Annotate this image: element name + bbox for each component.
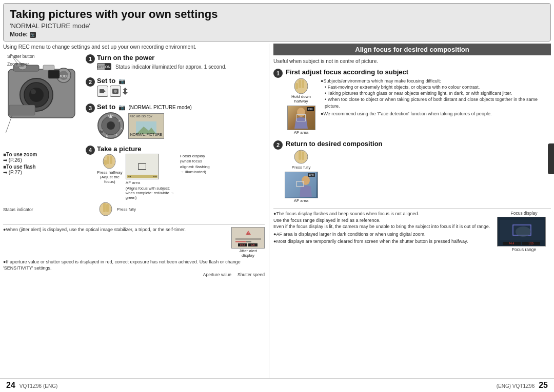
- viewfinder-display: P/AF/W: [126, 154, 159, 179]
- mode-camera-icon: 📷: [30, 32, 36, 38]
- video-icon: [99, 88, 106, 95]
- svg-rect-46: [235, 241, 246, 242]
- focus-range-label: Focus range: [497, 247, 551, 252]
- step-4: 4 Take a picture: [86, 145, 265, 216]
- step3-camera-icon: 📷: [118, 104, 126, 110]
- right-notes-text: ●The focus display flashes and beep soun…: [273, 211, 492, 252]
- step-1-desc: Status indicator illuminated for approx.…: [115, 64, 226, 70]
- align-focus-intro: Useful when subject is not in centre of …: [273, 58, 551, 64]
- bottom-bullets: ●When (jitter alert) is displayed, use t…: [3, 227, 265, 271]
- svg-rect-18: [100, 89, 104, 93]
- svg-rect-38: [110, 156, 112, 164]
- page-number-right: 25: [539, 381, 548, 390]
- svg-point-21: [114, 90, 117, 93]
- bottom-notes-row: ●When (jitter alert) is displayed, use t…: [3, 227, 265, 271]
- mode-dial: SCN P A S M 🎬: [97, 112, 125, 140]
- aperture-value-label: Aperture value: [203, 272, 231, 277]
- svg-rect-57: [295, 83, 298, 89]
- step-1-content: Turn on the power OFF ON Status indicato: [97, 54, 265, 72]
- arrows-icon: [123, 88, 128, 95]
- step-2-number: 2: [86, 77, 95, 87]
- press-fully-group: Press fully: [97, 202, 265, 216]
- svg-rect-39: [104, 160, 107, 165]
- footer-left: 24 VQT1Z96 (ENG): [6, 381, 57, 390]
- svg-text:F5.6: F5.6: [240, 243, 245, 246]
- step-4-number: 4: [86, 146, 95, 155]
- aperture-shutter-labels: Aperture value Shutter speed: [3, 272, 265, 277]
- camera-svg: MODE: [3, 54, 83, 149]
- subject-photo-1: 1/40 AF area: [287, 106, 315, 135]
- photo-icon: [112, 88, 119, 95]
- svg-text:🎬: 🎬: [100, 129, 104, 133]
- right-step-2-number: 2: [273, 140, 283, 150]
- display-toolbar: RECWBISOCQY: [130, 115, 163, 118]
- jitter-display: ≈ F5.6 1/8: [231, 227, 265, 258]
- press-fully-group-right: Press fully: [286, 150, 316, 203]
- page-header: Taking pictures with your own settings '…: [3, 3, 551, 42]
- right-bottom-row: ●The focus display flashes and beep soun…: [273, 211, 551, 252]
- step-2-title: Set to 📷: [97, 77, 265, 85]
- shutter-label: Shutter button: [7, 54, 34, 59]
- step-2-content: Set to 📷: [97, 77, 265, 98]
- svg-point-74: [516, 226, 531, 237]
- zoom-note: ■To use zoom ➡ (P.26): [3, 152, 83, 163]
- display-bottom-bar: P/AF/W: [127, 175, 157, 178]
- step-2: 2 Set to 📷: [86, 77, 265, 98]
- hand-press-icon: [97, 202, 115, 216]
- subject-image-1: 1/40: [287, 106, 315, 130]
- svg-marker-23: [123, 90, 128, 95]
- svg-rect-60: [299, 151, 301, 160]
- align-focus-header: Align focus for desired composition: [273, 44, 551, 55]
- svg-point-4: [29, 88, 44, 102]
- right-bottom-notes: ●The focus display flashes and beep soun…: [273, 208, 551, 252]
- af-indicator: [138, 163, 146, 170]
- page-code-left: VQT1Z96 (ENG): [19, 383, 57, 389]
- right-step-2-body: Press fully: [286, 150, 551, 203]
- right-step-1: 1 First adjust focus according to subjec…: [273, 68, 551, 135]
- right-step-1-body: Hold downhalfway: [286, 78, 551, 135]
- svg-text:1/40: 1/40: [309, 173, 314, 176]
- flash-note: ■To use flash ➡ (P.27): [3, 164, 83, 175]
- jitter-label: Jitter alertdisplay: [231, 249, 265, 258]
- svg-rect-14: [9, 105, 35, 115]
- svg-text:!: !: [248, 232, 248, 235]
- hand-halfway-icon: [101, 154, 118, 169]
- step-3-extra: (NORMAL PICTURE mode): [128, 105, 192, 110]
- svg-point-5: [31, 89, 36, 94]
- footer-right: (ENG) VQT1Z96 25: [497, 381, 548, 390]
- step-3-row: SCN P A S M 🎬: [97, 112, 265, 140]
- page-code-right: (ENG) VQT1Z96: [497, 383, 535, 389]
- zoom-label: Zoom lever: [7, 61, 29, 67]
- shutter-speed-label: Shutter speed: [238, 272, 265, 277]
- svg-text:1/8: 1/8: [251, 243, 254, 246]
- svg-point-63: [302, 176, 310, 185]
- normal-picture-text: NORMAL PICTURE: [130, 133, 162, 136]
- svg-rect-42: [106, 204, 109, 212]
- focus-display-label: Focus display: [497, 211, 551, 216]
- page-footer: 24 VQT1Z96 (ENG) (ENG) VQT1Z96 25: [0, 378, 554, 392]
- af-area-display-label: AF area: [126, 180, 177, 185]
- svg-rect-55: [299, 80, 301, 88]
- svg-text:F4.4: F4.4: [509, 242, 514, 245]
- svg-marker-19: [104, 90, 106, 92]
- af-area-label-2: AF area: [285, 198, 318, 203]
- right-step-1-number: 1: [273, 69, 283, 78]
- jitter-box: ≈ F5.6 1/8: [231, 227, 265, 249]
- composition-image: 1/40: [285, 172, 318, 198]
- main-content: Using REC menu to change settings and se…: [0, 42, 554, 378]
- svg-rect-37: [107, 156, 109, 164]
- page-container: Taking pictures with your own settings '…: [0, 0, 554, 392]
- intro-text: Using REC menu to change settings and se…: [3, 44, 265, 50]
- right-step-2: 2 Return to desired composition Press fu…: [273, 140, 551, 203]
- step-1: 1 Turn on the power OFF ON: [86, 54, 265, 72]
- af-area-label-1: AF area: [287, 130, 315, 135]
- hold-down-icon: [291, 78, 311, 94]
- zoom-flash-notes: ■To use zoom ➡ (P.26) ■To use flash ➡ (P…: [3, 152, 83, 175]
- page-number-left: 24: [6, 381, 15, 390]
- press-fully-label: Press fully: [117, 207, 136, 212]
- status-indicator-label: Status indicator: [3, 207, 33, 212]
- step-1-number: 1: [86, 54, 95, 64]
- right-step-1-text: ●Subjects/environments which may make fo…: [321, 78, 551, 135]
- focus-display-section: Focus display F4.4: [497, 211, 551, 252]
- viewfinder-group: P/AF/W AF area (Aligns focus with subjec…: [126, 154, 177, 200]
